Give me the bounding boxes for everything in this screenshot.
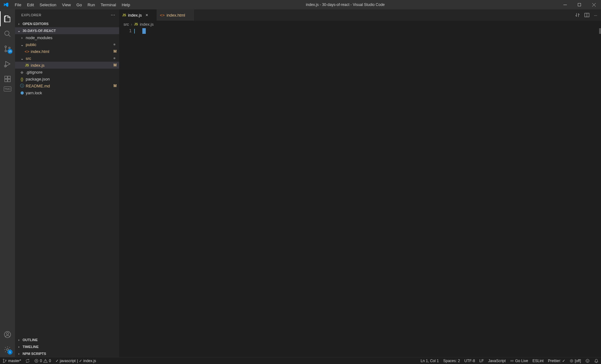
menu-file[interactable]: File [12, 1, 24, 9]
js-icon: JS [134, 23, 138, 26]
chevron-right-icon: › [16, 352, 21, 356]
file-readme[interactable]: ⓘ README.md M [15, 82, 119, 89]
section-npm-scripts[interactable]: › NPM SCRIPTS [15, 350, 119, 357]
file-packagejson[interactable]: {} package.json [15, 75, 119, 82]
section-outline[interactable]: › OUTLINE [15, 336, 119, 343]
status-spell[interactable]: [off] [570, 359, 581, 363]
vscode-logo-icon [3, 2, 9, 8]
status-golive[interactable]: Go Live [510, 359, 528, 363]
sidebar-more-icon[interactable]: ··· [111, 12, 115, 18]
status-prettier[interactable]: Prettier: ✓ [548, 359, 565, 363]
folder-node-modules[interactable]: › node_modules [15, 34, 119, 41]
status-language-check[interactable]: ✓ javascript | ✓ index.js [55, 359, 96, 363]
minimize-button[interactable] [558, 0, 572, 9]
file-public-indexhtml[interactable]: <> index.html M [15, 48, 119, 55]
section-label: 30-DAYS-OF-REACT [23, 29, 56, 33]
window-controls [558, 0, 601, 9]
section-project[interactable]: ⌄ 30-DAYS-OF-REACT [15, 27, 119, 34]
json-icon: {} [19, 77, 24, 81]
status-language-mode[interactable]: JavaScript [488, 359, 506, 363]
maximize-button[interactable] [572, 0, 587, 9]
status-bar: master* 0 0 ✓ javascript | ✓ index.js Ln… [0, 357, 601, 364]
activity-search[interactable] [0, 26, 15, 41]
section-timeline[interactable]: › TIMELINE [15, 343, 119, 350]
svg-point-21 [512, 360, 513, 361]
file-gitignore[interactable]: ◆ .gitignore [15, 69, 119, 75]
html-icon: <> [24, 49, 29, 54]
breadcrumb-file[interactable]: index.js [140, 22, 154, 27]
html-icon: <> [160, 13, 165, 18]
status-eslint[interactable]: ESLint [532, 359, 543, 363]
file-src-indexjs[interactable]: JS index.js M [15, 62, 119, 69]
svg-rect-7 [5, 76, 7, 79]
tab-label: index.html [166, 13, 185, 18]
editor-content[interactable]: 1 [119, 28, 601, 357]
menu-terminal[interactable]: Terminal [98, 1, 119, 9]
svg-rect-8 [8, 76, 10, 79]
compare-changes-icon[interactable] [575, 13, 580, 18]
activity-accounts[interactable] [0, 327, 15, 342]
window-title: index.js - 30-days-of-react - Visual Stu… [133, 3, 558, 7]
menu-edit[interactable]: Edit [24, 1, 37, 9]
menu-selection[interactable]: Selection [37, 1, 59, 9]
section-label: OPEN EDITORS [23, 22, 49, 26]
svg-point-5 [9, 47, 10, 49]
breadcrumb[interactable]: src › JS index.js [119, 21, 601, 28]
close-button[interactable] [587, 0, 601, 9]
menu-view[interactable]: View [59, 1, 74, 9]
code-area[interactable] [138, 28, 598, 357]
status-indentation[interactable]: Spaces: 2 [443, 359, 460, 363]
tab-close-icon[interactable]: × [145, 13, 148, 18]
split-editor-icon[interactable] [584, 13, 589, 18]
scm-badge: 15 [8, 49, 13, 54]
menu-go[interactable]: Go [74, 1, 85, 9]
more-actions-icon[interactable]: ··· [594, 13, 597, 18]
svg-point-17 [3, 361, 4, 362]
status-notifications-icon[interactable] [594, 359, 598, 363]
folder-src[interactable]: ⌄ src [15, 55, 119, 62]
svg-point-18 [5, 360, 6, 361]
svg-point-12 [7, 333, 9, 335]
status-eol[interactable]: LF [479, 359, 484, 363]
svg-rect-0 [563, 5, 567, 5]
menu-bar: File Edit Selection View Go Run Terminal… [12, 1, 133, 9]
menu-run[interactable]: Run [85, 1, 98, 9]
tree-label: index.html [31, 49, 113, 54]
tree-label: .gitignore [26, 70, 117, 75]
activity-extensions[interactable] [0, 71, 15, 86]
activity-source-control[interactable]: 15 [0, 41, 15, 56]
settings-badge: 1 [8, 350, 13, 355]
svg-point-22 [570, 359, 573, 362]
svg-point-26 [588, 360, 588, 360]
status-problems[interactable]: 0 0 [34, 359, 51, 363]
gutter: 1 [119, 28, 138, 357]
tab-label: index.js [128, 13, 142, 18]
activity-tmc[interactable]: TMC [4, 86, 11, 91]
activity-settings[interactable]: 1 [0, 342, 15, 357]
section-open-editors[interactable]: › OPEN EDITORS [15, 20, 119, 27]
status-branch[interactable]: master* [3, 359, 21, 363]
svg-point-16 [3, 359, 4, 360]
tree-label: public [26, 42, 113, 47]
status-feedback-icon[interactable] [585, 359, 590, 363]
file-yarnlock[interactable]: ⬢ yarn.lock [15, 89, 119, 96]
folder-public[interactable]: ⌄ public [15, 41, 119, 48]
menu-help[interactable]: Help [119, 1, 133, 9]
tree-label: src [26, 56, 113, 61]
sidebar-header: EXPLORER ··· [15, 9, 119, 20]
activity-run-debug[interactable] [0, 56, 15, 71]
tab-indexjs[interactable]: JS index.js × [119, 9, 157, 21]
chevron-right-icon: › [131, 22, 132, 27]
activity-explorer[interactable] [0, 11, 15, 26]
status-cursor-position[interactable]: Ln 1, Col 1 [421, 359, 439, 363]
status-sync[interactable] [25, 359, 30, 363]
chevron-right-icon: › [16, 22, 21, 26]
breadcrumb-src[interactable]: src [124, 22, 129, 27]
status-encoding[interactable]: UTF-8 [464, 359, 475, 363]
minimap-thumb[interactable] [599, 28, 601, 34]
svg-rect-9 [5, 79, 7, 82]
activity-bar: 15 TMC 1 [0, 9, 15, 357]
chevron-right-icon: › [16, 338, 21, 342]
tab-indexhtml[interactable]: <> index.html [157, 9, 194, 21]
minimap[interactable] [598, 28, 601, 357]
